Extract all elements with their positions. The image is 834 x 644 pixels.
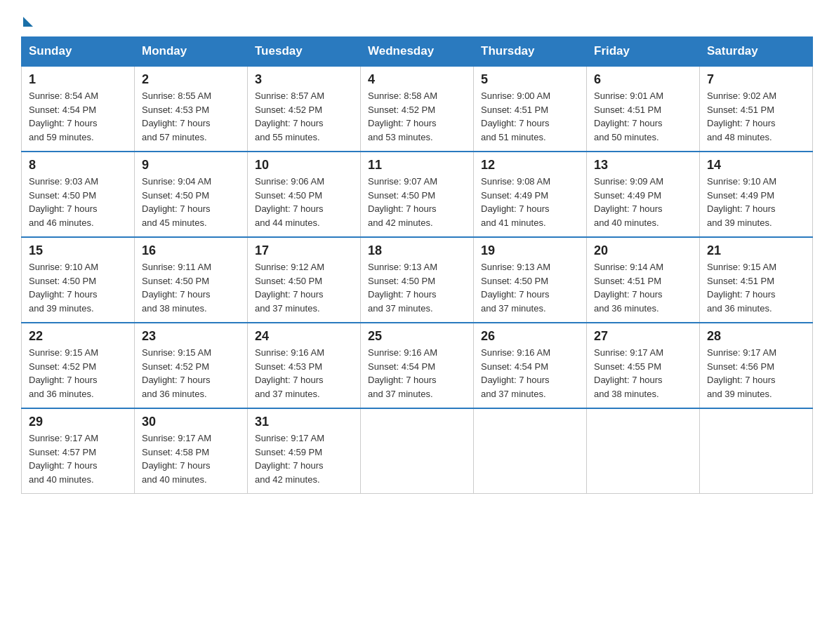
day-info: Sunrise: 9:13 AM Sunset: 4:50 PM Dayligh… [368,260,466,315]
day-info: Sunrise: 9:03 AM Sunset: 4:50 PM Dayligh… [29,175,127,229]
calendar-cell: 17Sunrise: 9:12 AM Sunset: 4:50 PM Dayli… [248,237,361,323]
day-info: Sunrise: 9:16 AM Sunset: 4:53 PM Dayligh… [255,346,353,401]
day-info: Sunrise: 8:54 AM Sunset: 4:54 PM Dayligh… [29,89,127,144]
header-row: SundayMondayTuesdayWednesdayThursdayFrid… [22,37,813,67]
day-info: Sunrise: 9:02 AM Sunset: 4:51 PM Dayligh… [707,89,805,144]
calendar-cell: 4Sunrise: 8:58 AM Sunset: 4:52 PM Daylig… [361,66,474,152]
day-info: Sunrise: 9:12 AM Sunset: 4:50 PM Dayligh… [255,260,353,315]
day-number: 16 [142,243,240,258]
day-number: 21 [707,243,805,258]
day-info: Sunrise: 9:17 AM Sunset: 4:55 PM Dayligh… [594,346,692,401]
day-number: 2 [142,72,240,87]
calendar-cell: 10Sunrise: 9:06 AM Sunset: 4:50 PM Dayli… [248,152,361,237]
week-row-5: 29Sunrise: 9:17 AM Sunset: 4:57 PM Dayli… [22,408,813,494]
day-info: Sunrise: 9:11 AM Sunset: 4:50 PM Dayligh… [142,260,240,315]
day-number: 15 [29,243,127,258]
day-number: 14 [707,158,805,173]
day-number: 30 [142,415,240,429]
day-info: Sunrise: 9:15 AM Sunset: 4:52 PM Dayligh… [29,346,127,401]
day-number: 13 [594,158,692,173]
calendar-cell: 15Sunrise: 9:10 AM Sunset: 4:50 PM Dayli… [22,237,135,323]
day-info: Sunrise: 9:08 AM Sunset: 4:49 PM Dayligh… [481,175,579,229]
day-number: 22 [29,329,127,344]
day-number: 24 [255,329,353,344]
day-number: 23 [142,329,240,344]
day-info: Sunrise: 9:16 AM Sunset: 4:54 PM Dayligh… [368,346,466,401]
column-header-monday: Monday [135,37,248,67]
calendar-cell: 29Sunrise: 9:17 AM Sunset: 4:57 PM Dayli… [22,408,135,494]
day-number: 17 [255,243,353,258]
day-info: Sunrise: 9:17 AM Sunset: 4:58 PM Dayligh… [142,431,240,486]
day-info: Sunrise: 9:09 AM Sunset: 4:49 PM Dayligh… [594,175,692,229]
day-number: 7 [707,72,805,87]
calendar-cell: 20Sunrise: 9:14 AM Sunset: 4:51 PM Dayli… [587,237,700,323]
day-number: 9 [142,158,240,173]
calendar-cell: 30Sunrise: 9:17 AM Sunset: 4:58 PM Dayli… [135,408,248,494]
calendar-cell: 22Sunrise: 9:15 AM Sunset: 4:52 PM Dayli… [22,323,135,408]
calendar-table: SundayMondayTuesdayWednesdayThursdayFrid… [21,36,813,494]
calendar-cell: 26Sunrise: 9:16 AM Sunset: 4:54 PM Dayli… [474,323,587,408]
day-number: 12 [481,158,579,173]
day-number: 29 [29,415,127,429]
calendar-cell: 9Sunrise: 9:04 AM Sunset: 4:50 PM Daylig… [135,152,248,237]
day-info: Sunrise: 9:15 AM Sunset: 4:51 PM Dayligh… [707,260,805,315]
calendar-cell: 27Sunrise: 9:17 AM Sunset: 4:55 PM Dayli… [587,323,700,408]
day-info: Sunrise: 8:57 AM Sunset: 4:52 PM Dayligh… [255,89,353,144]
calendar-header: SundayMondayTuesdayWednesdayThursdayFrid… [22,37,813,67]
day-info: Sunrise: 9:04 AM Sunset: 4:50 PM Dayligh… [142,175,240,229]
calendar-cell: 21Sunrise: 9:15 AM Sunset: 4:51 PM Dayli… [700,237,813,323]
calendar-cell: 14Sunrise: 9:10 AM Sunset: 4:49 PM Dayli… [700,152,813,237]
day-number: 26 [481,329,579,344]
calendar-cell: 6Sunrise: 9:01 AM Sunset: 4:51 PM Daylig… [587,66,700,152]
day-info: Sunrise: 9:01 AM Sunset: 4:51 PM Dayligh… [594,89,692,144]
calendar-cell: 23Sunrise: 9:15 AM Sunset: 4:52 PM Dayli… [135,323,248,408]
calendar-cell: 24Sunrise: 9:16 AM Sunset: 4:53 PM Dayli… [248,323,361,408]
column-header-sunday: Sunday [22,37,135,67]
week-row-2: 8Sunrise: 9:03 AM Sunset: 4:50 PM Daylig… [22,152,813,237]
day-info: Sunrise: 9:10 AM Sunset: 4:50 PM Dayligh… [29,260,127,315]
calendar-cell: 25Sunrise: 9:16 AM Sunset: 4:54 PM Dayli… [361,323,474,408]
calendar-cell: 19Sunrise: 9:13 AM Sunset: 4:50 PM Dayli… [474,237,587,323]
logo [21,14,33,22]
day-number: 27 [594,329,692,344]
day-info: Sunrise: 9:07 AM Sunset: 4:50 PM Dayligh… [368,175,466,229]
day-info: Sunrise: 9:16 AM Sunset: 4:54 PM Dayligh… [481,346,579,401]
calendar-cell: 2Sunrise: 8:55 AM Sunset: 4:53 PM Daylig… [135,66,248,152]
day-number: 1 [29,72,127,87]
day-number: 3 [255,72,353,87]
calendar-cell [700,408,813,494]
day-info: Sunrise: 9:14 AM Sunset: 4:51 PM Dayligh… [594,260,692,315]
calendar-cell: 5Sunrise: 9:00 AM Sunset: 4:51 PM Daylig… [474,66,587,152]
calendar-cell: 28Sunrise: 9:17 AM Sunset: 4:56 PM Dayli… [700,323,813,408]
calendar-cell [587,408,700,494]
day-number: 11 [368,158,466,173]
calendar-cell: 18Sunrise: 9:13 AM Sunset: 4:50 PM Dayli… [361,237,474,323]
day-info: Sunrise: 9:17 AM Sunset: 4:59 PM Dayligh… [255,431,353,486]
calendar-cell: 12Sunrise: 9:08 AM Sunset: 4:49 PM Dayli… [474,152,587,237]
day-number: 28 [707,329,805,344]
day-number: 25 [368,329,466,344]
column-header-saturday: Saturday [700,37,813,67]
column-header-thursday: Thursday [474,37,587,67]
calendar-cell: 16Sunrise: 9:11 AM Sunset: 4:50 PM Dayli… [135,237,248,323]
calendar-cell [474,408,587,494]
day-info: Sunrise: 9:00 AM Sunset: 4:51 PM Dayligh… [481,89,579,144]
day-number: 10 [255,158,353,173]
day-number: 4 [368,72,466,87]
logo-arrow-icon [23,17,33,27]
day-info: Sunrise: 9:15 AM Sunset: 4:52 PM Dayligh… [142,346,240,401]
column-header-tuesday: Tuesday [248,37,361,67]
day-info: Sunrise: 8:58 AM Sunset: 4:52 PM Dayligh… [368,89,466,144]
week-row-4: 22Sunrise: 9:15 AM Sunset: 4:52 PM Dayli… [22,323,813,408]
day-info: Sunrise: 8:55 AM Sunset: 4:53 PM Dayligh… [142,89,240,144]
day-number: 8 [29,158,127,173]
calendar-cell: 3Sunrise: 8:57 AM Sunset: 4:52 PM Daylig… [248,66,361,152]
calendar-cell: 31Sunrise: 9:17 AM Sunset: 4:59 PM Dayli… [248,408,361,494]
day-info: Sunrise: 9:06 AM Sunset: 4:50 PM Dayligh… [255,175,353,229]
day-info: Sunrise: 9:10 AM Sunset: 4:49 PM Dayligh… [707,175,805,229]
column-header-friday: Friday [587,37,700,67]
day-info: Sunrise: 9:17 AM Sunset: 4:56 PM Dayligh… [707,346,805,401]
week-row-3: 15Sunrise: 9:10 AM Sunset: 4:50 PM Dayli… [22,237,813,323]
day-number: 6 [594,72,692,87]
calendar-cell: 11Sunrise: 9:07 AM Sunset: 4:50 PM Dayli… [361,152,474,237]
